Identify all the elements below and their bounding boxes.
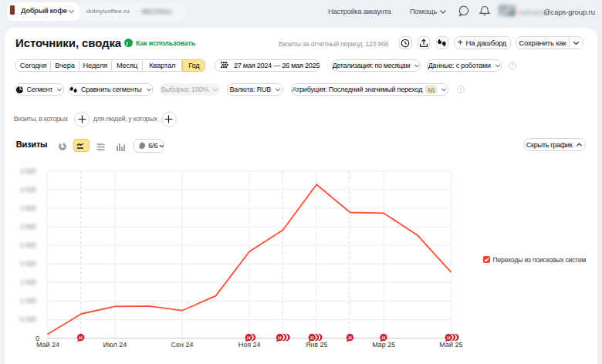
svg-text:Ноя 24: Ноя 24 bbox=[238, 341, 261, 349]
svg-text:Н: Н bbox=[447, 335, 450, 340]
svg-text:Янв 25: Янв 25 bbox=[306, 341, 328, 349]
svg-text:2 000: 2 000 bbox=[20, 260, 37, 268]
svg-text:Н: Н bbox=[278, 335, 281, 340]
svg-text:Переходы из поисковых систем: Переходы из поисковых систем bbox=[493, 256, 587, 264]
svg-text:3 000: 3 000 bbox=[20, 223, 37, 231]
svg-text:Июл 24: Июл 24 bbox=[103, 341, 127, 349]
svg-text:Сен 24: Сен 24 bbox=[171, 341, 194, 349]
svg-text:Н: Н bbox=[247, 335, 250, 340]
svg-text:1 000: 1 000 bbox=[20, 297, 37, 305]
svg-text:Май 24: Май 24 bbox=[36, 341, 59, 349]
svg-text:Н: Н bbox=[348, 335, 351, 340]
svg-text:Н: Н bbox=[310, 335, 313, 340]
svg-text:3 500: 3 500 bbox=[20, 204, 37, 212]
svg-text:5 000: 5 000 bbox=[20, 315, 37, 323]
svg-text:Май 25: Май 25 bbox=[439, 341, 462, 349]
svg-text:2 500: 2 500 bbox=[20, 241, 37, 249]
svg-text:Мар 25: Мар 25 bbox=[372, 341, 395, 349]
svg-text:4 000: 4 000 bbox=[20, 186, 37, 194]
svg-text:4 500: 4 500 bbox=[20, 167, 37, 175]
svg-text:Н: Н bbox=[79, 335, 83, 340]
svg-text:1 500: 1 500 bbox=[20, 278, 37, 286]
svg-text:Н: Н bbox=[382, 335, 385, 340]
